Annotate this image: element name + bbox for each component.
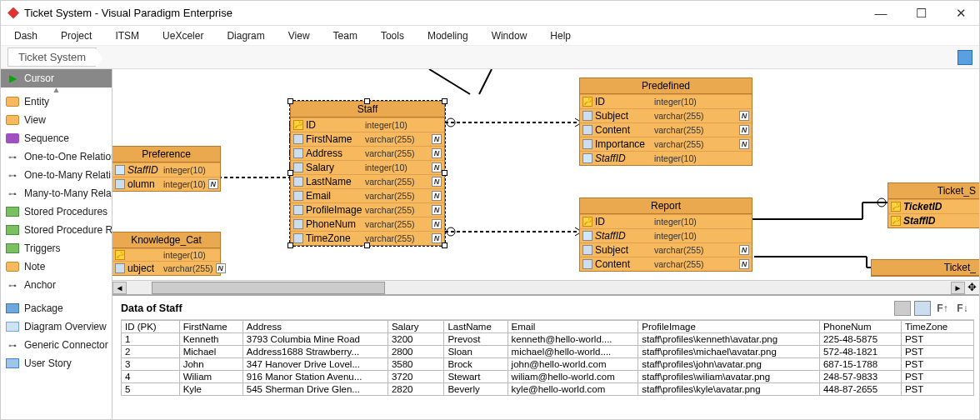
palette-item-label: Diagram Overview: [24, 321, 107, 332]
palette-user-story[interactable]: User Story: [1, 354, 112, 372]
palette-triggers[interactable]: Triggers: [1, 239, 112, 258]
entity-field[interactable]: Salaryinteger(10)N: [291, 160, 444, 174]
minimize-button[interactable]: —: [869, 6, 892, 21]
palette-one-to-one-relation[interactable]: ⊶One-to-One Relation: [1, 148, 112, 166]
entity-knowledge-cat[interactable]: Knowledge_Cat 🔑integer(10)ubjectvarchar(…: [112, 232, 221, 276]
field-type: integer(10): [654, 153, 749, 163]
menu-modeling[interactable]: Modeling: [428, 30, 468, 42]
scroll-right-button[interactable]: ►: [951, 282, 965, 294]
palette-stored-procedure-r[interactable]: Stored Procedure R: [1, 221, 112, 239]
palette-many-to-many-rela[interactable]: ⊶Many-to-Many Rela: [1, 184, 112, 202]
palette-stored-procedures[interactable]: Stored Procedures: [1, 202, 112, 221]
entity-field[interactable]: StaffIDinteger(10): [580, 228, 752, 242]
scroll-thumb[interactable]: [152, 282, 385, 294]
field-name: Content: [595, 124, 652, 136]
palette-sequence[interactable]: Sequence: [1, 129, 112, 148]
table-row[interactable]: 1Kenneth3793 Columbia Mine Road3200Prevo…: [122, 333, 974, 346]
field-type: integer(10): [365, 120, 442, 130]
palette-view[interactable]: View: [1, 111, 112, 129]
menu-project[interactable]: Project: [61, 30, 92, 42]
horizontal-scrollbar[interactable]: ◄ ► ✥: [112, 280, 979, 294]
dp-sort-desc[interactable]: F↓: [954, 301, 971, 316]
dp-tool-1[interactable]: [894, 301, 911, 316]
menu-diagram[interactable]: Diagram: [227, 30, 264, 42]
menu-team[interactable]: Team: [333, 30, 358, 42]
menu-itsm[interactable]: ITSM: [115, 30, 139, 42]
menu-view[interactable]: View: [288, 30, 310, 42]
column-header[interactable]: LastName: [444, 321, 508, 333]
menu-help[interactable]: Help: [550, 30, 571, 42]
menu-uexceler[interactable]: UeXceler: [162, 30, 203, 42]
entity-field[interactable]: olumninteger(10)N: [112, 177, 220, 191]
field-icon: [293, 148, 303, 158]
palette-entity[interactable]: Entity: [1, 92, 112, 111]
entity-field[interactable]: Subjectvarchar(255)N: [580, 108, 752, 122]
entity-ticket-s[interactable]: Ticket_S 🔑TicketID🔑StaffID: [888, 182, 979, 228]
column-header[interactable]: PhoneNum: [819, 321, 901, 333]
entity-field[interactable]: 🔑IDinteger(10): [291, 118, 444, 132]
column-header[interactable]: ProfileImage: [638, 321, 820, 333]
entity-field[interactable]: Importancevarchar(255)N: [580, 137, 752, 151]
entity-staff[interactable]: Staff 🔑IDinteger(10)FirstNamevarchar(255…: [290, 101, 445, 246]
field-type: integer(10): [365, 162, 429, 172]
field-name: ubject: [128, 262, 161, 274]
entity-field[interactable]: ProfileImagevarchar(255)N: [291, 202, 444, 217]
table-row[interactable]: 4Wiliam916 Manor Station Avenu...3720Ste…: [122, 371, 974, 383]
entity-field[interactable]: LastNamevarchar(255)N: [291, 174, 444, 188]
column-header[interactable]: Salary: [388, 321, 443, 333]
menu-window[interactable]: Window: [492, 30, 528, 42]
key-icon: 🔑: [115, 250, 125, 260]
close-button[interactable]: ✕: [949, 6, 972, 21]
palette-note[interactable]: Note: [1, 258, 112, 276]
entity-field[interactable]: StaffIDinteger(10): [112, 162, 220, 177]
entity-field[interactable]: 🔑integer(10): [112, 248, 220, 261]
entity-preference[interactable]: Preference StaffIDinteger(10)olumnintege…: [112, 146, 221, 192]
table-row[interactable]: 5Kyle545 Sherman Drive Glen...2820Beverl…: [122, 383, 974, 396]
dp-sort-asc[interactable]: F↑: [934, 301, 951, 316]
entity-field[interactable]: FirstNamevarchar(255)N: [291, 132, 444, 146]
entity-report[interactable]: Report 🔑IDinteger(10)StaffIDinteger(10)S…: [579, 198, 752, 272]
column-header[interactable]: Email: [508, 321, 638, 333]
key-icon: 🔑: [582, 97, 592, 107]
entity-field[interactable]: Contentvarchar(255)N: [580, 122, 752, 137]
palette-package[interactable]: Package: [1, 299, 112, 318]
entity-field[interactable]: Emailvarchar(255)N: [291, 188, 444, 202]
menu-dash[interactable]: Dash: [14, 30, 38, 42]
entity-field[interactable]: 🔑IDinteger(10): [580, 94, 752, 108]
diagram-canvas[interactable]: Preference StaffIDinteger(10)olumnintege…: [112, 69, 979, 280]
entity-field[interactable]: ubjectvarchar(255)N: [112, 261, 220, 275]
toolbar-data-icon[interactable]: [958, 50, 972, 65]
menu-tools[interactable]: Tools: [381, 30, 404, 42]
nullable-icon: N: [432, 148, 442, 158]
entity-field[interactable]: Contentvarchar(255)N: [580, 257, 752, 271]
palette-diagram-overview[interactable]: Diagram Overview: [1, 318, 112, 336]
breadcrumb[interactable]: Ticket System: [8, 48, 97, 67]
data-table[interactable]: ID (PK)FirstNameAddressSalaryLastNameEma…: [121, 320, 974, 396]
entity-predefined[interactable]: Predefined 🔑IDinteger(10)Subjectvarchar(…: [579, 78, 752, 166]
txt-icon: ⊶: [6, 170, 19, 180]
palette-generic-connector[interactable]: ⊶Generic Connector: [1, 336, 112, 354]
entity-field[interactable]: 🔑TicketID: [888, 199, 979, 213]
dp-tool-2[interactable]: [914, 301, 931, 316]
key-icon: 🔑: [293, 120, 303, 130]
column-header[interactable]: ID (PK): [122, 321, 180, 333]
palette-one-to-many-relati[interactable]: ⊶One-to-Many Relati: [1, 166, 112, 184]
table-row[interactable]: 3John347 Hanover Drive Lovel...3580Brock…: [122, 358, 974, 371]
entity-field[interactable]: Addressvarchar(255)N: [291, 146, 444, 160]
column-header[interactable]: Address: [242, 321, 388, 333]
column-header[interactable]: FirstName: [179, 321, 242, 333]
entity-field[interactable]: 🔑IDinteger(10): [580, 214, 752, 228]
entity-field[interactable]: StaffIDinteger(10): [580, 151, 752, 165]
scroll-corner-icon[interactable]: ✥: [965, 282, 979, 294]
palette-anchor[interactable]: ⊶Anchor: [1, 276, 112, 294]
scroll-left-button[interactable]: ◄: [112, 282, 127, 294]
field-type: varchar(255): [365, 233, 429, 243]
entity-field[interactable]: Subjectvarchar(255)N: [580, 242, 752, 257]
nullable-icon: N: [216, 263, 226, 273]
entity-field[interactable]: PhoneNumvarchar(255)N: [291, 217, 444, 231]
entity-field[interactable]: 🔑StaffID: [888, 213, 979, 228]
table-row[interactable]: 2MichaelAddress1688 Strawberry...2800Slo…: [122, 346, 974, 358]
column-header[interactable]: TimeZone: [901, 321, 973, 333]
maximize-button[interactable]: ☐: [909, 6, 932, 21]
entity-ticket[interactable]: Ticket_: [871, 259, 979, 277]
